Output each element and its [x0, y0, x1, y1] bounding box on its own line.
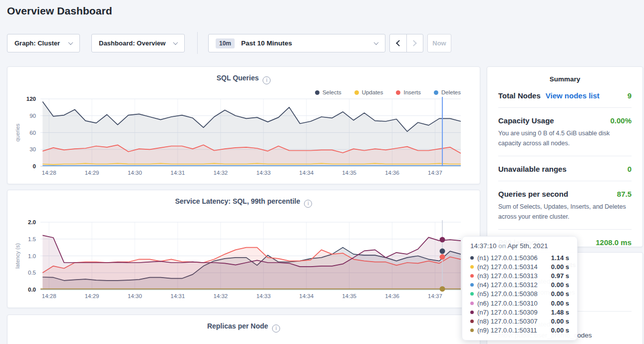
summary-item: Total NodesView nodes list9: [498, 83, 632, 108]
svg-text:120: 120: [26, 96, 36, 102]
time-range-arrows: [389, 34, 423, 52]
tooltip-node-value: 0.00 s: [551, 300, 569, 307]
tooltip-node-label: (n8) 127.0.0.1:50307: [477, 318, 538, 325]
summary-item-value: 0: [628, 165, 632, 173]
graph-dropdown[interactable]: Graph: Cluster: [7, 34, 80, 52]
tooltip-rows: (n1) 127.0.0.1:503061.14 s(n2) 127.0.0.1…: [470, 253, 569, 335]
tooltip-timestamp: 14:37:10 on Apr 5th, 2021: [470, 242, 569, 250]
svg-text:14:30: 14:30: [128, 170, 142, 176]
tooltip-row: (n6) 127.0.0.1:503100.00 s: [470, 299, 569, 308]
svg-text:14:28: 14:28: [42, 293, 56, 299]
tooltip-node-label: (n4) 127.0.0.1:50312: [477, 281, 538, 289]
summary-item: Queries per second87.5Sum of Selects, Up…: [498, 181, 632, 230]
summary-item-header: Queries per second87.5: [498, 190, 632, 198]
svg-text:0: 0: [33, 163, 36, 169]
chevron-down-icon: [68, 40, 73, 45]
chevron-down-icon: [374, 40, 379, 45]
svg-text:14:29: 14:29: [85, 170, 99, 176]
series-dot-icon: [470, 292, 474, 296]
tooltip-row: (n8) 127.0.0.1:503070.00 s: [470, 317, 569, 326]
svg-text:14:34: 14:34: [299, 170, 314, 176]
tooltip-row: (n4) 127.0.0.1:503120.00 s: [470, 281, 569, 290]
svg-text:14:31: 14:31: [171, 170, 185, 176]
tooltip-row: (n5) 127.0.0.1:503080.00 s: [470, 290, 569, 299]
time-range-label: Past 10 Minutes: [241, 39, 292, 47]
svg-text:queries: queries: [14, 123, 20, 142]
time-range-badge: 10m: [216, 38, 235, 48]
view-nodes-list-link[interactable]: View nodes list: [546, 91, 600, 100]
tooltip-node-label: (n2) 127.0.0.1:50314: [477, 263, 538, 271]
summary-item-value: 1208.0 ms: [596, 238, 632, 247]
tooltip-node-value: 0.97 s: [551, 272, 569, 280]
dashboard-dropdown[interactable]: Dashboard: Overview: [91, 34, 185, 52]
service-latency-chart[interactable]: 14:2814:2914:3014:3114:3214:3314:3414:35…: [7, 190, 481, 309]
svg-text:0.0: 0.0: [28, 287, 36, 293]
tooltip-node-label: (n5) 127.0.0.1:50308: [477, 290, 538, 298]
tooltip-node-value: 1.48 s: [551, 309, 569, 316]
series-dot-icon: [470, 265, 474, 269]
tooltip-node-value: 0.00 s: [551, 263, 569, 271]
svg-text:14:35: 14:35: [342, 170, 356, 176]
service-latency-card: Service Latency: SQL, 99th percentile 14…: [7, 190, 480, 308]
summary-item-value: 9: [628, 91, 632, 100]
summary-item-description: Sum of Selects, Updates, Inserts, and De…: [498, 202, 632, 222]
svg-text:14:32: 14:32: [213, 293, 228, 299]
svg-text:14:37: 14:37: [428, 293, 442, 299]
prev-range-button[interactable]: [390, 34, 406, 52]
time-range-selector[interactable]: 10m Past 10 Minutes: [208, 34, 385, 52]
svg-text:14:28: 14:28: [42, 170, 56, 176]
dashboard-dropdown-label: Dashboard: Overview: [99, 39, 166, 47]
summary-item-label: Capacity Usage: [498, 116, 554, 125]
summary-item-value: 87.5: [617, 190, 632, 198]
chevron-down-icon: [173, 40, 178, 45]
svg-text:14:33: 14:33: [256, 293, 271, 299]
svg-text:14:37: 14:37: [428, 170, 442, 176]
svg-text:14:31: 14:31: [171, 293, 185, 299]
chevron-left-icon: [396, 40, 402, 46]
svg-text:30: 30: [29, 146, 36, 152]
divider: [197, 32, 198, 54]
svg-text:14:30: 14:30: [128, 293, 142, 299]
tooltip-node-value: 0.00 s: [551, 290, 569, 298]
series-dot-icon: [470, 329, 474, 332]
summary-panel-title: Summary: [498, 67, 632, 83]
sql-queries-card: SQL Queries SelectsUpdatesInsertsDeletes…: [7, 66, 480, 184]
tooltip-node-label: (n9) 127.0.0.1:50311: [477, 327, 537, 334]
tooltip-node-value: 0.00 s: [551, 327, 569, 334]
chevron-right-icon: [411, 40, 417, 46]
page-title: Overview Dashboard: [7, 5, 112, 17]
chart-hover-tooltip: 14:37:10 on Apr 5th, 2021 (n1) 127.0.0.1…: [462, 236, 578, 341]
info-icon[interactable]: [272, 325, 280, 333]
summary-item-label: Unavailable ranges: [498, 165, 567, 173]
svg-text:1.0: 1.0: [28, 253, 36, 259]
svg-text:1.5: 1.5: [28, 236, 36, 242]
svg-text:2.0: 2.0: [28, 219, 36, 225]
replicas-title-row: Replicas per Node: [7, 322, 480, 333]
tooltip-row: (n7) 127.0.0.1:503091.48 s: [470, 308, 569, 317]
tooltip-row: (n2) 127.0.0.1:503140.00 s: [470, 262, 569, 271]
graph-dropdown-label: Graph: Cluster: [14, 39, 60, 47]
tooltip-row: (n1) 127.0.0.1:503061.14 s: [470, 253, 569, 262]
now-button[interactable]: Now: [427, 34, 451, 52]
tooltip-node-label: (n6) 127.0.0.1:50310: [477, 300, 538, 307]
sql-queries-chart[interactable]: 14:2814:2914:3014:3114:3214:3314:3414:35…: [7, 67, 481, 185]
tooltip-node-label: (n7) 127.0.0.1:50309: [477, 309, 538, 316]
now-button-label: Now: [432, 39, 446, 47]
series-dot-icon: [470, 302, 474, 305]
next-range-button[interactable]: [406, 34, 423, 52]
tooltip-node-label: (n3) 127.0.0.1:50313: [477, 272, 538, 280]
tooltip-node-value: 0.00 s: [551, 281, 569, 289]
tooltip-node-label: (n1) 127.0.0.1:50306: [477, 254, 538, 262]
tooltip-row: (n3) 127.0.0.1:503130.97 s: [470, 271, 569, 280]
replicas-title: Replicas per Node: [207, 322, 268, 330]
replicas-per-node-card: Replicas per Node: [7, 315, 480, 344]
series-dot-icon: [470, 256, 474, 260]
summary-item-label: Total Nodes: [498, 91, 541, 100]
tooltip-node-value: 1.14 s: [551, 254, 569, 262]
summary-item-header: Capacity Usage0.00%: [498, 116, 632, 125]
svg-text:14:36: 14:36: [385, 170, 399, 176]
svg-text:14:35: 14:35: [342, 293, 356, 299]
svg-text:latency (s): latency (s): [14, 243, 20, 269]
summary-item-value: 0.00%: [610, 116, 632, 125]
series-dot-icon: [470, 311, 474, 314]
